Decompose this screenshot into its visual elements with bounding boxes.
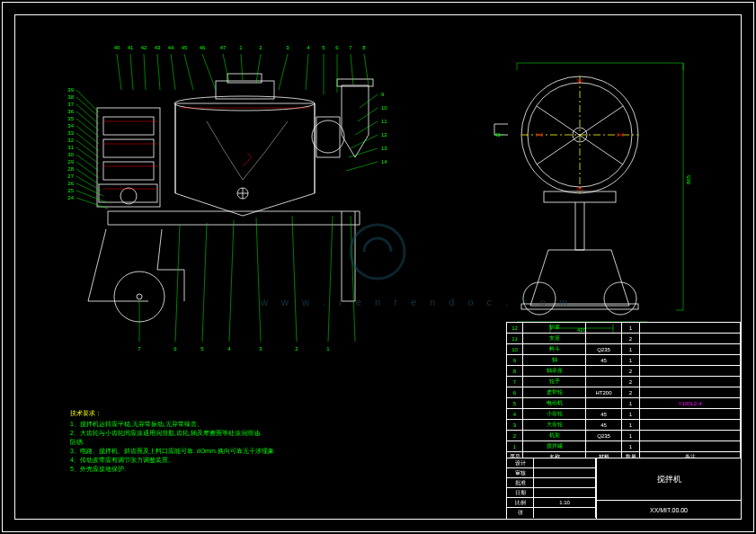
svg-text:1: 1 — [326, 346, 330, 352]
watermark-text: w w w . r e n r e n d o c . c o m — [261, 297, 573, 307]
svg-text:31: 31 — [67, 145, 74, 150]
note-line: 1、搅拌机运转应平稳,无异常振动,无异常噪音。 — [70, 420, 274, 429]
parts-row: 2机架Q2351 — [507, 431, 741, 441]
svg-text:1: 1 — [239, 45, 243, 50]
svg-text:14: 14 — [381, 159, 387, 165]
svg-text:2: 2 — [259, 45, 262, 50]
svg-text:8: 8 — [362, 45, 366, 50]
svg-text:10: 10 — [381, 105, 387, 111]
parts-row: 9轴451 — [507, 355, 741, 366]
drawing-title: 搅拌机 — [597, 458, 741, 501]
svg-rect-8 — [103, 162, 154, 180]
svg-text:7: 7 — [138, 346, 141, 352]
svg-rect-9 — [99, 184, 157, 202]
dim-height: 865 — [686, 174, 691, 184]
svg-text:38: 38 — [67, 94, 74, 100]
svg-text:35: 35 — [67, 116, 74, 121]
svg-text:36: 36 — [67, 109, 74, 114]
svg-text:11: 11 — [381, 119, 387, 124]
svg-rect-6 — [103, 117, 154, 135]
svg-text:37: 37 — [67, 102, 74, 107]
svg-text:3: 3 — [286, 45, 289, 50]
technical-notes: 技术要求： 1、搅拌机运转应平稳,无异常振动,无异常噪音。 2、大齿轮与小齿轮间… — [70, 409, 274, 474]
svg-point-19 — [604, 282, 636, 315]
svg-text:12: 12 — [381, 132, 387, 138]
svg-text:39: 39 — [67, 87, 74, 93]
svg-text:4: 4 — [227, 346, 231, 352]
svg-text:13: 13 — [381, 146, 387, 151]
parts-row: 11支座2 — [507, 334, 741, 344]
svg-text:27: 27 — [67, 174, 74, 179]
svg-text:28: 28 — [67, 166, 74, 172]
svg-text:6: 6 — [173, 346, 177, 352]
svg-text:2: 2 — [295, 346, 298, 352]
svg-text:5: 5 — [322, 45, 325, 50]
svg-text:40: 40 — [114, 45, 120, 50]
drawing-number: XX/MIT.00.00 — [597, 501, 741, 519]
parts-row: 5电动机1Y100L2-4 — [507, 398, 741, 409]
title-block: 12护罩1 11支座2 10料斗Q2351 9轴451 8轴承座2 7轮子2 6… — [506, 322, 742, 520]
parts-row: 3大齿轮451 — [507, 420, 741, 431]
svg-text:46: 46 — [494, 132, 501, 138]
note-line: 防锈. — [70, 438, 274, 447]
parts-row: 10料斗Q2351 — [507, 344, 741, 355]
parts-row: 12护罩1 — [507, 323, 741, 334]
parts-row: 4小齿轮451 — [507, 409, 741, 420]
note-line: 3、电路、搅拌机、斜齿面及上料口应能可靠. dOmm.换向可靠无干涉现象 — [70, 447, 274, 456]
svg-text:30: 30 — [67, 152, 74, 157]
svg-point-10 — [120, 188, 137, 204]
svg-text:25: 25 — [67, 188, 74, 193]
notes-header: 技术要求： — [70, 409, 274, 418]
svg-point-67 — [351, 225, 405, 279]
svg-text:7: 7 — [349, 45, 352, 50]
svg-point-1 — [137, 294, 142, 299]
watermark-logo — [342, 216, 414, 288]
svg-text:33: 33 — [67, 130, 74, 136]
note-line: 5、外壳应接地保护. — [70, 465, 274, 474]
note-line: 2、大齿轮与小齿轮间应涂通用润滑脂,齿轮,轴及摩擦面等处涂润滑油. — [70, 429, 274, 438]
parts-row: 8轴承座2 — [507, 366, 741, 377]
svg-text:24: 24 — [67, 195, 74, 200]
svg-text:45: 45 — [182, 45, 188, 50]
svg-text:43: 43 — [155, 45, 161, 50]
svg-text:41: 41 — [128, 45, 134, 50]
svg-text:46: 46 — [200, 45, 206, 50]
svg-text:9: 9 — [381, 92, 385, 97]
svg-text:6: 6 — [335, 45, 339, 50]
svg-text:29: 29 — [67, 159, 74, 165]
svg-text:3: 3 — [259, 346, 262, 352]
parts-row: 6皮带轮HT2002 — [507, 387, 741, 398]
parts-row: 1搅拌罐1 — [507, 441, 741, 452]
svg-text:47: 47 — [220, 45, 227, 50]
svg-text:26: 26 — [67, 181, 74, 186]
svg-text:34: 34 — [67, 123, 74, 129]
parts-row: 7轮子2 — [507, 377, 741, 387]
svg-text:32: 32 — [67, 138, 74, 143]
svg-text:44: 44 — [168, 45, 174, 50]
note-line: 4、传动皮带应有调节张力调整装置。 — [70, 456, 274, 465]
svg-text:4: 4 — [307, 45, 310, 50]
svg-rect-7 — [103, 139, 154, 157]
svg-text:5: 5 — [200, 346, 204, 352]
svg-text:42: 42 — [141, 45, 147, 50]
parts-header: 序号名称材料数量备注 — [507, 452, 741, 458]
